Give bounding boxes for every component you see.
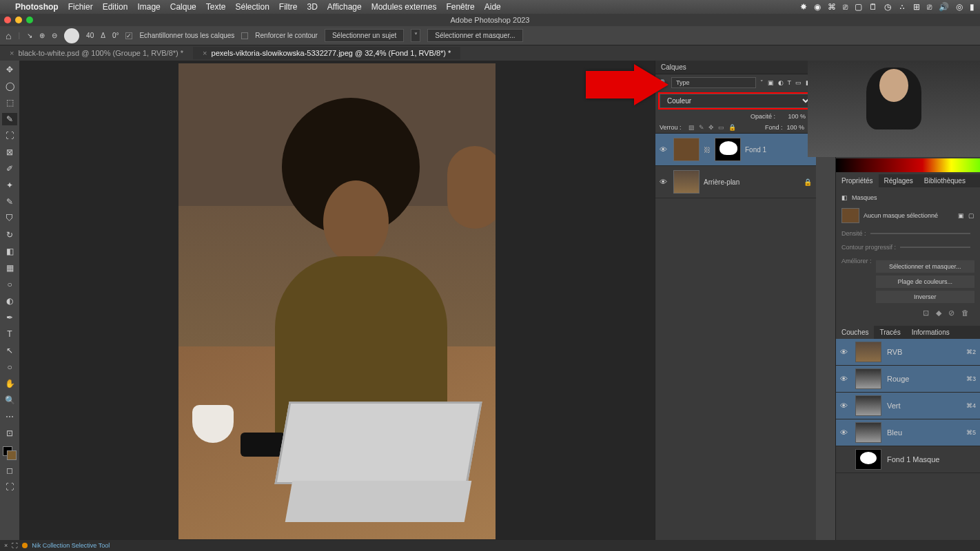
layer-filter-type[interactable]: Type xyxy=(671,77,756,88)
layer-thumbnail[interactable] xyxy=(673,170,700,194)
expand-icon[interactable]: ⛶ xyxy=(12,542,18,549)
nik-collection-label[interactable]: Nik Collection Selective Tool xyxy=(32,542,110,549)
select-and-mask-button[interactable]: Sélectionner et masquer... xyxy=(876,260,974,273)
channel-visibility-icon[interactable]: 👁 xyxy=(840,348,850,356)
layer-visibility-icon[interactable]: 👁 xyxy=(660,178,669,186)
close-icon[interactable]: × xyxy=(4,542,8,549)
tab-channels[interactable]: Couches xyxy=(836,326,874,339)
tab-info[interactable]: Informations xyxy=(906,326,955,339)
layer-name[interactable]: Arrière-plan xyxy=(704,178,739,186)
status-icon[interactable]: 🗒 xyxy=(869,2,877,12)
lock-all-icon[interactable]: 🔒 xyxy=(728,124,736,131)
status-icon[interactable]: ▮ xyxy=(970,2,974,12)
menu-layer[interactable]: Calque xyxy=(170,2,196,12)
status-icon[interactable]: ⌘ xyxy=(828,2,836,12)
color-ramp[interactable] xyxy=(836,158,980,172)
filter-type-icon[interactable]: T xyxy=(788,79,792,86)
menu-file[interactable]: Fichier xyxy=(68,2,93,12)
status-icon[interactable]: ⊞ xyxy=(913,2,920,12)
menu-edit[interactable]: Edition xyxy=(103,2,128,12)
status-icon[interactable]: ✸ xyxy=(800,2,807,12)
document-tab[interactable]: × black-to-white.psd @ 100% (Groupe 1, R… xyxy=(0,47,193,59)
sample-all-checkbox[interactable] xyxy=(125,32,132,39)
delete-mask-icon[interactable]: 🗑 xyxy=(961,309,969,318)
menu-help[interactable]: Aide xyxy=(484,2,501,12)
layer-visibility-icon[interactable]: 👁 xyxy=(660,145,669,154)
lasso-tool[interactable]: ◯ xyxy=(2,80,17,92)
screenmode-tool[interactable]: ⛶ xyxy=(2,481,17,493)
layer-mask-thumbnail[interactable] xyxy=(715,138,741,161)
status-icon[interactable]: ⎚ xyxy=(843,2,848,12)
crop-tool[interactable]: ⛶ xyxy=(2,129,17,142)
pixel-mask-icon[interactable]: ▣ xyxy=(958,212,964,219)
quick-select-tool[interactable]: ⬚ xyxy=(2,96,17,109)
frame-tool[interactable]: ⊠ xyxy=(2,146,17,158)
vector-mask-icon[interactable]: ▢ xyxy=(968,212,974,219)
angle-value[interactable]: 0° xyxy=(112,32,119,39)
canvas-area[interactable] xyxy=(19,61,655,551)
tab-libraries[interactable]: Bibliothèques xyxy=(919,174,971,187)
color-swatches[interactable] xyxy=(3,446,17,460)
menu-window[interactable]: Fenêtre xyxy=(446,2,474,12)
close-window-button[interactable] xyxy=(4,17,11,23)
channel-row[interactable]: 👁 RVB ⌘2 xyxy=(836,339,980,366)
eraser-tool[interactable]: ◧ xyxy=(2,245,17,258)
channel-row[interactable]: 👁 Rouge ⌘3 xyxy=(836,366,980,393)
subtract-selection-icon[interactable]: ⊖ xyxy=(52,32,57,39)
edit-toolbar-icon[interactable]: ⊡ xyxy=(2,427,17,439)
layer-thumbnail[interactable] xyxy=(673,138,700,161)
lock-icon[interactable]: 🔒 xyxy=(804,178,812,186)
blur-tool[interactable]: ○ xyxy=(2,278,17,291)
filter-adjust-icon[interactable]: ◐ xyxy=(778,79,784,86)
tab-adjustments[interactable]: Réglages xyxy=(879,174,919,187)
magic-wand-tool[interactable]: ✎ xyxy=(2,113,17,125)
select-and-mask-button[interactable]: Sélectionner et masquer... xyxy=(427,29,522,42)
minimize-window-button[interactable] xyxy=(15,17,22,23)
color-range-button[interactable]: Plage de couleurs... xyxy=(876,276,974,288)
healing-brush-tool[interactable]: ✦ xyxy=(2,179,17,191)
filter-image-icon[interactable]: ▣ xyxy=(768,79,774,86)
channel-row[interactable]: 👁 Bleu ⌘5 xyxy=(836,419,980,446)
select-subject-button[interactable]: Sélectionner un sujet xyxy=(325,29,404,42)
maximize-window-button[interactable] xyxy=(26,17,33,23)
filter-shape-icon[interactable]: ▭ xyxy=(795,79,802,86)
menu-text[interactable]: Texte xyxy=(206,2,226,12)
gradient-tool[interactable]: ▦ xyxy=(2,262,17,274)
tab-paths[interactable]: Tracés xyxy=(874,326,906,339)
lock-artboard-icon[interactable]: ▭ xyxy=(718,124,724,131)
background-color[interactable] xyxy=(7,450,17,460)
lock-position-icon[interactable]: ✥ xyxy=(708,124,714,131)
close-tab-icon[interactable]: × xyxy=(10,49,14,57)
add-selection-icon[interactable]: ⊕ xyxy=(39,32,45,39)
hand-tool[interactable]: ✋ xyxy=(2,377,17,390)
type-tool[interactable]: T xyxy=(2,328,17,340)
channel-visibility-icon[interactable]: 👁 xyxy=(840,428,850,437)
shape-tool[interactable]: ○ xyxy=(2,361,17,373)
app-name[interactable]: Photoshop xyxy=(15,2,59,12)
channel-row[interactable]: Fond 1 Masque xyxy=(836,446,980,473)
path-select-tool[interactable]: ↖ xyxy=(2,344,17,357)
layers-tab[interactable]: Calques xyxy=(655,61,816,74)
status-icon[interactable]: ⛬ xyxy=(898,2,906,12)
reinforce-checkbox[interactable] xyxy=(241,32,248,39)
invert-button[interactable]: Inverser xyxy=(876,291,974,303)
density-slider[interactable] xyxy=(870,233,970,234)
brush-tool[interactable]: ✎ xyxy=(2,196,17,208)
disable-mask-icon[interactable]: ⊘ xyxy=(948,309,955,318)
fill-value[interactable]: 100 % xyxy=(786,124,804,131)
zoom-tool[interactable]: 🔍 xyxy=(2,394,17,406)
document-tab[interactable]: × pexels-viktoria-slowikowska-5332277.jp… xyxy=(193,47,460,59)
dots-tool[interactable]: ⋯ xyxy=(2,410,17,423)
feather-slider[interactable] xyxy=(900,247,970,248)
status-icon[interactable]: ⎚ xyxy=(927,2,932,12)
lock-transparency-icon[interactable]: ▨ xyxy=(688,124,695,131)
status-icon[interactable]: 🔊 xyxy=(939,2,949,12)
tab-properties[interactable]: Propriétés xyxy=(836,174,879,187)
status-icon[interactable]: ▢ xyxy=(855,2,862,12)
layer-name[interactable]: Fond 1 xyxy=(745,146,766,154)
dodge-tool[interactable]: ◐ xyxy=(2,295,17,307)
tool-preset-icon[interactable]: ↘ xyxy=(27,32,32,39)
layer-row[interactable]: 👁 Arrière-plan 🔒 xyxy=(655,166,816,198)
layer-link-icon[interactable]: ⛓ xyxy=(704,146,711,154)
move-tool[interactable]: ✥ xyxy=(2,63,17,76)
